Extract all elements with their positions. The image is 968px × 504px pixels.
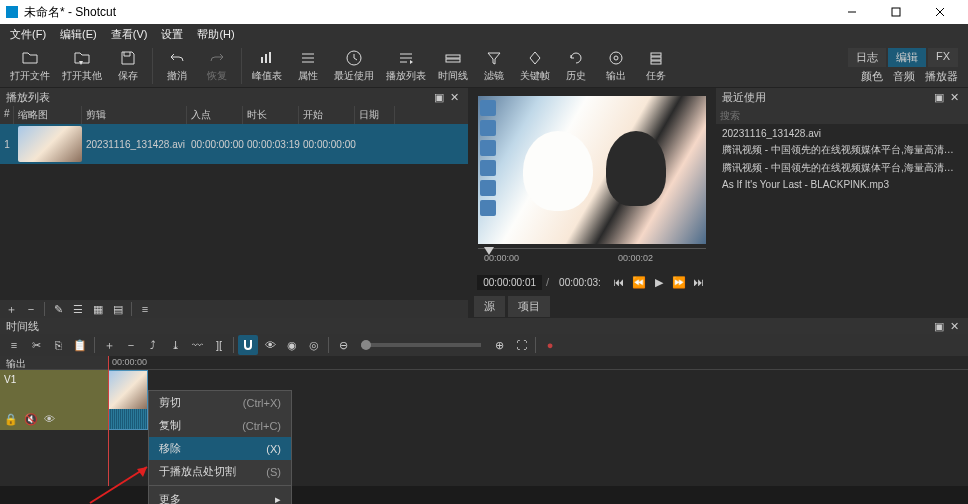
ripple-delete-button[interactable]: − [121, 335, 141, 355]
paste-button[interactable]: 📋 [70, 335, 90, 355]
skip-prev-button[interactable]: ⏮ [611, 274, 627, 290]
peak-meter-button[interactable]: 峰值表 [246, 47, 288, 85]
playlist-remove-button[interactable]: − [22, 301, 40, 317]
playlist-view-icons-button[interactable]: ▤ [109, 301, 127, 317]
rewind-button[interactable]: ⏪ [631, 274, 647, 290]
record-button[interactable]: ● [540, 335, 560, 355]
open-file-button[interactable]: 打开文件 [4, 47, 56, 85]
close-button[interactable] [918, 0, 962, 24]
tab-source[interactable]: 源 [474, 296, 505, 317]
recent-item[interactable]: As If It's Your Last - BLACKPINK.mp3 [720, 177, 964, 192]
scrub-button[interactable]: 👁 [260, 335, 280, 355]
recent-close-icon[interactable]: ✕ [947, 91, 962, 104]
zoom-in-button[interactable]: ⊕ [489, 335, 509, 355]
undo-button[interactable]: 撤消 [157, 47, 197, 85]
timeline-ruler[interactable]: 00:00:00 [108, 356, 968, 370]
timeline-close-icon[interactable]: ✕ [947, 320, 962, 333]
tab-log[interactable]: 日志 [848, 48, 886, 67]
recent-item[interactable]: 腾讯视频 - 中国领先的在线视频媒体平台,海量高清视频... [720, 159, 964, 177]
track-hide-icon[interactable]: 👁 [44, 413, 55, 426]
ripple-all-button[interactable]: ◎ [304, 335, 324, 355]
filters-button[interactable]: 滤镜 [474, 47, 514, 85]
playlist-view-list-button[interactable]: ☰ [69, 301, 87, 317]
jobs-button[interactable]: 任务 [636, 47, 676, 85]
recent-undock-icon[interactable]: ▣ [931, 91, 947, 104]
context-cut[interactable]: 剪切(Ctrl+X) [149, 391, 291, 414]
timeline-menu-button[interactable]: ≡ [4, 335, 24, 355]
context-copy[interactable]: 复制(Ctrl+C) [149, 414, 291, 437]
minimize-button[interactable] [830, 0, 874, 24]
forward-button[interactable]: ⏩ [671, 274, 687, 290]
context-more[interactable]: 更多▸ [149, 488, 291, 504]
track-head-v1[interactable]: V1 🔒 🔇 👁 [0, 370, 108, 430]
playlist-add-button[interactable]: ＋ [2, 301, 20, 317]
timeline-clip[interactable] [108, 370, 148, 430]
preview-viewport[interactable] [478, 96, 706, 244]
history-button[interactable]: 历史 [556, 47, 596, 85]
timeline-icon [444, 49, 462, 67]
track-lock-icon[interactable]: 🔒 [4, 413, 18, 426]
play-button[interactable]: ▶ [651, 274, 667, 290]
tab-audio[interactable]: 音频 [893, 69, 915, 84]
redo-button[interactable]: 恢复 [197, 47, 237, 85]
maximize-button[interactable] [874, 0, 918, 24]
playlist-view-tiles-button[interactable]: ▦ [89, 301, 107, 317]
menu-help[interactable]: 帮助(H) [191, 25, 240, 44]
recent-item[interactable]: 20231116_131428.avi [720, 126, 964, 141]
recent-item[interactable]: 腾讯视频 - 中国领先的在线视频媒体平台,海量高清视频... [720, 141, 964, 159]
lift-button[interactable]: ⤴ [143, 335, 163, 355]
playlist-undock-icon[interactable]: ▣ [431, 91, 447, 104]
menu-edit[interactable]: 编辑(E) [54, 25, 103, 44]
zoom-out-button[interactable]: ⊖ [333, 335, 353, 355]
folder-open-icon [21, 49, 39, 67]
ripple-button[interactable]: ◉ [282, 335, 302, 355]
tab-project[interactable]: 项目 [508, 296, 550, 317]
timeline-body: 输出 V1 🔒 🔇 👁 00:00:00 [0, 356, 968, 486]
keyframes-button[interactable]: 关键帧 [514, 47, 556, 85]
zoom-slider[interactable] [361, 343, 481, 347]
track-mute-icon[interactable]: 🔇 [24, 413, 38, 426]
export-button[interactable]: 输出 [596, 47, 636, 85]
cut-button[interactable]: ✂ [26, 335, 46, 355]
tab-color[interactable]: 颜色 [861, 69, 883, 84]
menu-settings[interactable]: 设置 [155, 25, 189, 44]
preview-ruler[interactable]: 00:00:00 00:00:02 [478, 248, 706, 272]
current-timecode[interactable]: 00:00:00:01 [477, 275, 542, 290]
skip-next-button[interactable]: ⏭ [691, 274, 707, 290]
context-menu: 剪切(Ctrl+X) 复制(Ctrl+C) 移除(X) 于播放点处切割(S) 更… [148, 390, 292, 504]
properties-button[interactable]: 属性 [288, 47, 328, 85]
playlist-header: 播放列表 ▣ ✕ [0, 88, 468, 106]
recent-button[interactable]: 最近使用 [328, 47, 380, 85]
playlist-panel: 播放列表 ▣ ✕ # 缩略图 剪辑 入点 时长 开始 日期 1 20231116… [0, 88, 468, 318]
append-button[interactable]: ＋ [99, 335, 119, 355]
playlist-button[interactable]: 播放列表 [380, 47, 432, 85]
tab-fx[interactable]: FX [928, 48, 958, 67]
open-other-button[interactable]: ▾打开其他 [56, 47, 108, 85]
timeline-button[interactable]: 时间线 [432, 47, 474, 85]
playlist-menu-button[interactable]: ≡ [136, 301, 154, 317]
playlist-row[interactable]: 1 20231116_131428.avi 00:00:00:00 00:00:… [0, 124, 468, 164]
copy-button[interactable]: ⎘ [48, 335, 68, 355]
history-icon [567, 49, 585, 67]
output-label[interactable]: 输出 [0, 356, 108, 370]
split2-button[interactable]: ][ [209, 335, 229, 355]
timeline-playhead[interactable] [108, 356, 109, 486]
clock-icon [345, 49, 363, 67]
recent-search-input[interactable] [720, 110, 964, 121]
menu-file[interactable]: 文件(F) [4, 25, 52, 44]
tab-player[interactable]: 播放器 [925, 69, 958, 84]
save-button[interactable]: 保存 [108, 47, 148, 85]
tab-edit[interactable]: 编辑 [888, 48, 926, 67]
context-split-at-playhead[interactable]: 于播放点处切割(S) [149, 460, 291, 483]
overwrite-button[interactable]: ⤓ [165, 335, 185, 355]
timeline-undock-icon[interactable]: ▣ [931, 320, 947, 333]
playlist-close-icon[interactable]: ✕ [447, 91, 462, 104]
zoom-fit-button[interactable]: ⛶ [511, 335, 531, 355]
playlist-update-button[interactable]: ✎ [49, 301, 67, 317]
svg-rect-5 [261, 57, 263, 63]
context-remove[interactable]: 移除(X) [149, 437, 291, 460]
menu-view[interactable]: 查看(V) [105, 25, 154, 44]
playlist-title: 播放列表 [6, 90, 50, 105]
split-button[interactable]: 〰 [187, 335, 207, 355]
snap-button[interactable] [238, 335, 258, 355]
